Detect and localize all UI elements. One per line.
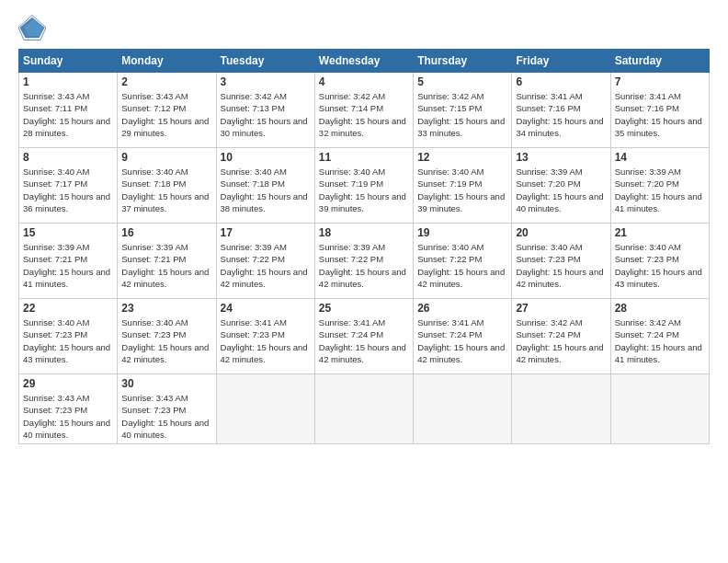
day-number: 27 [516,302,606,315]
calendar-cell: 29Sunrise: 3:43 AMSunset: 7:23 PMDayligh… [19,374,118,444]
day-info: Sunrise: 3:41 AMSunset: 7:16 PMDaylight:… [516,90,606,139]
calendar-header-tuesday: Tuesday [216,50,314,73]
calendar-header-friday: Friday [512,50,610,73]
calendar-cell: 30Sunrise: 3:43 AMSunset: 7:23 PMDayligh… [118,374,216,444]
day-info: Sunrise: 3:39 AMSunset: 7:20 PMDaylight:… [615,166,705,214]
day-info: Sunrise: 3:41 AMSunset: 7:24 PMDaylight:… [417,316,507,365]
day-number: 15 [23,226,113,239]
day-number: 10 [221,151,311,164]
day-info: Sunrise: 3:42 AMSunset: 7:15 PMDaylight:… [417,90,507,139]
calendar-cell [512,374,610,444]
calendar-cell: 2Sunrise: 3:43 AMSunset: 7:12 PMDaylight… [118,73,216,148]
day-number: 2 [121,75,211,88]
day-number: 25 [319,302,409,315]
calendar-week-4: 22Sunrise: 3:40 AMSunset: 7:23 PMDayligh… [19,299,710,374]
day-info: Sunrise: 3:42 AMSunset: 7:24 PMDaylight:… [516,316,606,365]
calendar-cell: 26Sunrise: 3:41 AMSunset: 7:24 PMDayligh… [414,299,512,374]
calendar-cell: 9Sunrise: 3:40 AMSunset: 7:18 PMDaylight… [118,148,216,224]
calendar-cell: 11Sunrise: 3:40 AMSunset: 7:19 PMDayligh… [314,148,413,224]
calendar-cell: 27Sunrise: 3:42 AMSunset: 7:24 PMDayligh… [512,299,610,374]
calendar-header-row: SundayMondayTuesdayWednesdayThursdayFrid… [19,50,710,73]
calendar-cell: 14Sunrise: 3:39 AMSunset: 7:20 PMDayligh… [610,148,709,224]
calendar-cell: 25Sunrise: 3:41 AMSunset: 7:24 PMDayligh… [314,299,413,374]
calendar-cell: 28Sunrise: 3:42 AMSunset: 7:24 PMDayligh… [610,299,709,374]
calendar-cell: 15Sunrise: 3:39 AMSunset: 7:21 PMDayligh… [19,224,118,299]
page: SundayMondayTuesdayWednesdayThursdayFrid… [0,0,728,563]
day-info: Sunrise: 3:40 AMSunset: 7:18 PMDaylight:… [121,166,211,214]
day-info: Sunrise: 3:41 AMSunset: 7:16 PMDaylight:… [615,90,705,139]
day-info: Sunrise: 3:42 AMSunset: 7:14 PMDaylight:… [319,90,409,139]
calendar-header-monday: Monday [118,50,216,73]
day-info: Sunrise: 3:42 AMSunset: 7:13 PMDaylight:… [221,90,311,139]
calendar-cell: 17Sunrise: 3:39 AMSunset: 7:22 PMDayligh… [216,224,314,299]
day-info: Sunrise: 3:43 AMSunset: 7:11 PMDaylight:… [23,90,113,139]
calendar-week-1: 1Sunrise: 3:43 AMSunset: 7:11 PMDaylight… [19,73,710,148]
day-number: 24 [221,302,311,315]
day-info: Sunrise: 3:40 AMSunset: 7:17 PMDaylight:… [23,166,113,214]
header [18,14,710,41]
calendar-week-5: 29Sunrise: 3:43 AMSunset: 7:23 PMDayligh… [19,374,710,444]
day-number: 12 [417,151,507,164]
day-info: Sunrise: 3:40 AMSunset: 7:23 PMDaylight:… [121,316,211,365]
calendar-cell: 20Sunrise: 3:40 AMSunset: 7:23 PMDayligh… [512,224,610,299]
day-number: 4 [319,75,409,88]
day-number: 26 [417,302,507,315]
logo-icon [18,14,46,41]
calendar-week-2: 8Sunrise: 3:40 AMSunset: 7:17 PMDaylight… [19,148,710,224]
day-number: 1 [23,75,113,88]
calendar-cell [314,374,413,444]
calendar-cell: 1Sunrise: 3:43 AMSunset: 7:11 PMDaylight… [19,73,118,148]
calendar-cell: 6Sunrise: 3:41 AMSunset: 7:16 PMDaylight… [512,73,610,148]
calendar-table: SundayMondayTuesdayWednesdayThursdayFrid… [18,49,710,444]
calendar-cell: 19Sunrise: 3:40 AMSunset: 7:22 PMDayligh… [414,224,512,299]
day-number: 11 [319,151,409,164]
calendar-cell: 16Sunrise: 3:39 AMSunset: 7:21 PMDayligh… [118,224,216,299]
calendar-cell: 3Sunrise: 3:42 AMSunset: 7:13 PMDaylight… [216,73,314,148]
calendar-cell: 24Sunrise: 3:41 AMSunset: 7:23 PMDayligh… [216,299,314,374]
calendar-header-wednesday: Wednesday [314,50,413,73]
calendar-cell [610,374,709,444]
day-number: 14 [615,151,705,164]
day-info: Sunrise: 3:40 AMSunset: 7:19 PMDaylight:… [417,166,507,214]
calendar-header-sunday: Sunday [19,50,118,73]
day-number: 19 [417,226,507,239]
day-number: 21 [615,226,705,239]
day-info: Sunrise: 3:39 AMSunset: 7:21 PMDaylight:… [23,241,113,290]
day-number: 9 [121,151,211,164]
day-info: Sunrise: 3:39 AMSunset: 7:22 PMDaylight:… [221,241,311,290]
calendar-cell: 10Sunrise: 3:40 AMSunset: 7:18 PMDayligh… [216,148,314,224]
day-number: 8 [23,151,113,164]
calendar-cell: 21Sunrise: 3:40 AMSunset: 7:23 PMDayligh… [610,224,709,299]
calendar-cell: 8Sunrise: 3:40 AMSunset: 7:17 PMDaylight… [19,148,118,224]
day-number: 5 [417,75,507,88]
day-number: 18 [319,226,409,239]
day-number: 3 [221,75,311,88]
calendar-week-3: 15Sunrise: 3:39 AMSunset: 7:21 PMDayligh… [19,224,710,299]
day-info: Sunrise: 3:40 AMSunset: 7:23 PMDaylight:… [615,241,705,290]
calendar-cell: 4Sunrise: 3:42 AMSunset: 7:14 PMDaylight… [314,73,413,148]
calendar-header-thursday: Thursday [414,50,512,73]
day-number: 13 [516,151,606,164]
calendar-cell: 23Sunrise: 3:40 AMSunset: 7:23 PMDayligh… [118,299,216,374]
day-number: 17 [221,226,311,239]
day-number: 20 [516,226,606,239]
day-info: Sunrise: 3:39 AMSunset: 7:21 PMDaylight:… [121,241,211,290]
day-number: 29 [23,377,113,390]
calendar-cell: 7Sunrise: 3:41 AMSunset: 7:16 PMDaylight… [610,73,709,148]
calendar-header-saturday: Saturday [610,50,709,73]
calendar-cell: 22Sunrise: 3:40 AMSunset: 7:23 PMDayligh… [19,299,118,374]
day-number: 6 [516,75,606,88]
calendar-cell: 13Sunrise: 3:39 AMSunset: 7:20 PMDayligh… [512,148,610,224]
calendar-cell: 5Sunrise: 3:42 AMSunset: 7:15 PMDaylight… [414,73,512,148]
day-number: 7 [615,75,705,88]
day-number: 22 [23,302,113,315]
day-info: Sunrise: 3:39 AMSunset: 7:22 PMDaylight:… [319,241,409,290]
calendar-cell [216,374,314,444]
day-info: Sunrise: 3:39 AMSunset: 7:20 PMDaylight:… [516,166,606,214]
day-info: Sunrise: 3:42 AMSunset: 7:24 PMDaylight:… [615,316,705,365]
day-info: Sunrise: 3:43 AMSunset: 7:23 PMDaylight:… [121,392,211,441]
day-number: 23 [121,302,211,315]
day-info: Sunrise: 3:43 AMSunset: 7:12 PMDaylight:… [121,90,211,139]
calendar-cell: 12Sunrise: 3:40 AMSunset: 7:19 PMDayligh… [414,148,512,224]
day-info: Sunrise: 3:40 AMSunset: 7:19 PMDaylight:… [319,166,409,214]
